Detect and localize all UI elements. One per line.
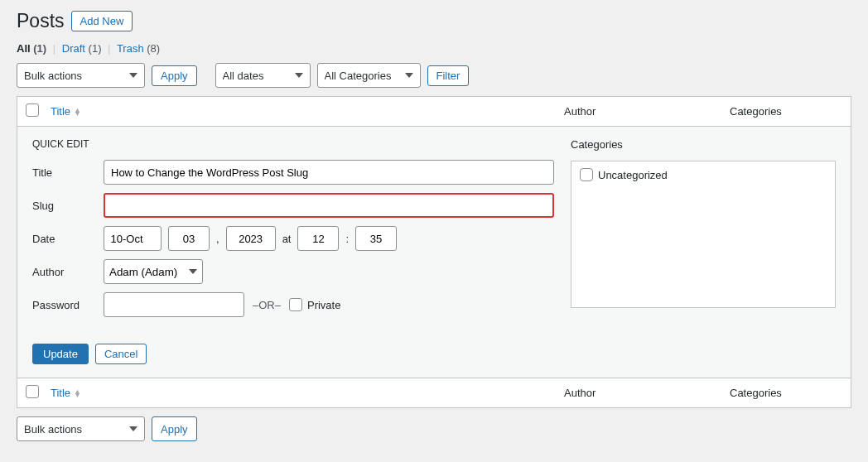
column-author: Author [564, 105, 730, 118]
date-hour-input[interactable] [297, 226, 339, 251]
column-title-bottom[interactable]: Title▲▼ [51, 387, 564, 399]
column-author-bottom: Author [564, 387, 730, 399]
filter-all[interactable]: All (1) [17, 42, 46, 55]
select-all-checkbox-bottom[interactable] [26, 385, 39, 398]
or-separator: –OR– [253, 299, 281, 311]
categories-box[interactable]: Uncategorized [571, 161, 836, 308]
apply-button-top[interactable]: Apply [152, 65, 197, 86]
column-title[interactable]: Title▲▼ [51, 105, 564, 118]
private-label: Private [307, 299, 340, 311]
password-input[interactable] [104, 292, 244, 317]
filter-button[interactable]: Filter [427, 65, 470, 86]
select-all-checkbox-top[interactable] [26, 103, 39, 117]
date-month-select[interactable]: 10-Oct [104, 226, 162, 251]
sort-icon: ▲▼ [74, 390, 81, 397]
status-filters: All (1) | Draft (1) | Trash (8) [17, 42, 851, 55]
bulk-actions-select[interactable]: Bulk actions [17, 63, 145, 88]
bulk-actions-select-bottom[interactable]: Bulk actions [17, 416, 145, 441]
slug-label: Slug [32, 200, 104, 212]
private-checkbox[interactable] [289, 298, 302, 311]
table-footer-row: Title▲▼ Author Categories [17, 378, 851, 408]
category-checkbox[interactable] [580, 168, 593, 181]
apply-button-bottom[interactable]: Apply [152, 416, 197, 441]
categories-select[interactable]: All Categories [317, 63, 421, 88]
quick-edit-heading: QUICK EDIT [32, 138, 554, 150]
author-select[interactable]: Adam (Adam) [104, 259, 203, 284]
category-label: Uncategorized [598, 169, 668, 181]
title-input[interactable] [104, 160, 554, 185]
sort-icon: ▲▼ [74, 108, 81, 115]
date-year-input[interactable] [226, 226, 276, 251]
update-button[interactable]: Update [32, 344, 89, 364]
filter-trash[interactable]: Trash (8) [117, 42, 160, 55]
column-categories: Categories [730, 105, 842, 118]
date-day-input[interactable] [168, 226, 210, 251]
filter-draft[interactable]: Draft (1) [62, 42, 102, 55]
table-header-row: Title▲▼ Author Categories [17, 96, 851, 127]
quick-edit-panel: QUICK EDIT Title Slug Date 10-Oct , at : [17, 127, 851, 378]
author-label: Author [32, 266, 104, 278]
date-label: Date [32, 233, 104, 245]
add-new-button[interactable]: Add New [71, 11, 133, 31]
categories-heading: Categories [571, 138, 836, 151]
title-label: Title [32, 166, 104, 179]
category-item[interactable]: Uncategorized [580, 168, 827, 181]
page-title: Posts [17, 10, 65, 32]
cancel-button[interactable]: Cancel [95, 344, 147, 364]
slug-input[interactable] [104, 193, 554, 218]
column-categories-bottom: Categories [730, 387, 842, 399]
password-label: Password [32, 299, 104, 311]
date-minute-input[interactable] [355, 226, 397, 251]
dates-select[interactable]: All dates [215, 63, 311, 88]
